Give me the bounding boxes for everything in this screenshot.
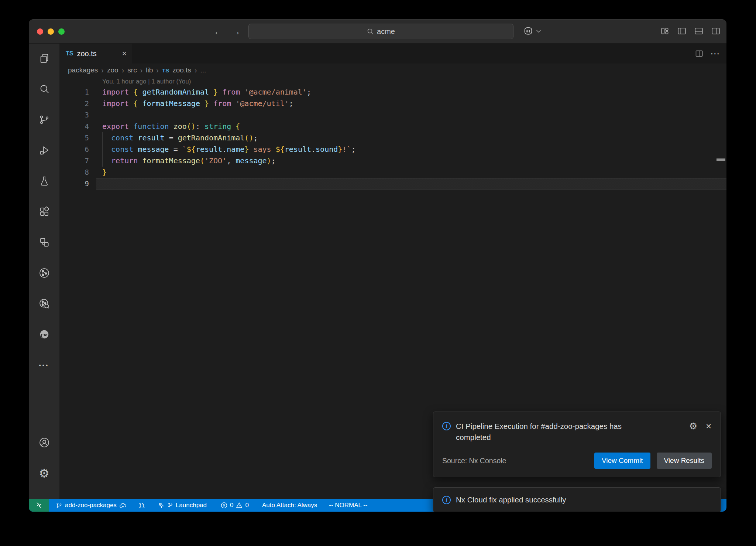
activity-bar: •••⚙ xyxy=(29,44,59,499)
code-line[interactable]: 8} xyxy=(59,167,726,178)
remote-icon xyxy=(35,502,42,509)
code-line[interactable]: 5 const result = getRandomAnimal(); xyxy=(59,132,726,144)
code-text: return formatMessage('ZOO', message); xyxy=(89,155,276,167)
typescript-file-icon: TS xyxy=(66,50,73,57)
code-line[interactable]: 7 return formatMessage('ZOO', message); xyxy=(59,155,726,167)
error-count: 0 xyxy=(230,502,233,509)
chevron-right-icon: › xyxy=(195,66,197,75)
line-number: 5 xyxy=(59,132,89,144)
editor-more-actions-icon[interactable]: ⋯ xyxy=(710,49,720,58)
toggle-secondary-sidebar-icon[interactable] xyxy=(711,26,721,36)
search-value: acme xyxy=(377,27,395,36)
launchpad-status[interactable]: Launchpad xyxy=(156,499,208,512)
breadcrumb-item[interactable]: zoo xyxy=(107,66,118,74)
activity-account-icon[interactable] xyxy=(35,433,54,452)
activity-remote-explorer-icon[interactable] xyxy=(35,233,54,252)
code-line[interactable]: 6 const message = `${result.name} says $… xyxy=(59,144,726,155)
git-branch-status[interactable]: add-zoo-packages xyxy=(54,499,128,512)
activity-settings-icon[interactable]: ⚙ xyxy=(35,464,54,483)
back-arrow-icon[interactable]: ← xyxy=(213,27,223,37)
git-pull-request-icon xyxy=(138,502,145,509)
activity-more-icon[interactable]: ••• xyxy=(35,355,54,375)
chevron-right-icon: › xyxy=(140,66,143,75)
cloud-upload-icon xyxy=(119,502,127,509)
minimize-window-button[interactable] xyxy=(48,28,54,35)
vim-mode-status[interactable]: -- NORMAL -- xyxy=(327,499,369,512)
code-line[interactable]: 1import { getRandomAnimal } from '@acme/… xyxy=(59,86,726,98)
code-text: export function zoo(): string { xyxy=(89,121,240,132)
activity-explorer-icon[interactable] xyxy=(35,49,54,68)
breadcrumb-item[interactable]: lib xyxy=(146,66,153,74)
code-text: import { getRandomAnimal } from '@acme/a… xyxy=(89,86,311,98)
notification-toast-ci-pipeline: i CI Pipeline Execution for #add-zoo-pac… xyxy=(433,412,721,477)
rocket-icon xyxy=(158,502,165,509)
close-window-button[interactable] xyxy=(37,28,43,35)
info-icon: i xyxy=(442,422,451,430)
auto-attach-status[interactable]: Auto Attach: Always xyxy=(261,499,319,512)
tab-close-icon[interactable]: ✕ xyxy=(122,50,127,58)
activity-extensions-icon[interactable] xyxy=(35,202,54,221)
breadcrumb-item[interactable]: packages xyxy=(68,66,98,74)
copilot-icon[interactable] xyxy=(523,25,534,37)
vim-mode-label: -- NORMAL -- xyxy=(329,502,367,509)
breadcrumb-item[interactable]: src xyxy=(127,66,137,74)
code-text xyxy=(89,109,102,121)
code-line[interactable]: 4export function zoo(): string { xyxy=(59,121,726,132)
typescript-file-icon: TS xyxy=(162,67,169,74)
auto-attach-label: Auto Attach: Always xyxy=(262,502,317,509)
code-line[interactable]: 3 xyxy=(59,109,726,121)
notification-settings-icon[interactable]: ⚙ xyxy=(689,421,697,431)
line-number: 2 xyxy=(59,98,89,109)
activity-gitlens-icon[interactable] xyxy=(35,294,54,313)
notification-message: Nx Cloud fix applied successfully xyxy=(456,494,566,505)
search-icon xyxy=(367,28,374,35)
customize-layout-icon[interactable] xyxy=(660,26,670,36)
split-editor-icon[interactable] xyxy=(695,49,704,58)
forward-arrow-icon[interactable]: → xyxy=(231,27,241,37)
chevron-right-icon: › xyxy=(101,66,104,75)
line-number: 4 xyxy=(59,121,89,132)
activity-testing-icon[interactable] xyxy=(35,171,54,191)
title-bar: ← → acme xyxy=(29,19,726,44)
code-text: const message = `${result.name} says ${r… xyxy=(89,144,355,155)
git-pull-request-status[interactable] xyxy=(137,499,147,512)
breadcrumb-item-file[interactable]: zoo.ts xyxy=(172,66,191,74)
breadcrumb-item-more[interactable]: ... xyxy=(200,66,206,74)
warning-count: 0 xyxy=(245,502,248,509)
activity-nx-console-icon[interactable] xyxy=(35,263,54,283)
problems-status[interactable]: 0 0 xyxy=(219,499,250,512)
tab-zoo-ts[interactable]: TS zoo.ts ✕ xyxy=(59,44,132,64)
code-text xyxy=(89,178,102,190)
view-commit-button[interactable]: View Commit xyxy=(594,453,650,469)
code-text: import { formatMessage } from '@acme/uti… xyxy=(89,98,293,109)
zoom-window-button[interactable] xyxy=(58,28,65,35)
traffic-lights xyxy=(37,28,65,35)
command-center-search[interactable]: acme xyxy=(248,24,513,39)
notification-message: CI Pipeline Execution for #add-zoo-packa… xyxy=(456,421,648,443)
line-number: 3 xyxy=(59,109,89,121)
activity-edge-browser-icon[interactable] xyxy=(35,325,54,344)
activity-search-icon[interactable] xyxy=(35,79,54,99)
line-number: 7 xyxy=(59,155,89,167)
line-number: 6 xyxy=(59,144,89,155)
code-line[interactable]: 9 xyxy=(59,178,726,190)
toggle-primary-sidebar-icon[interactable] xyxy=(677,26,687,36)
chevron-right-icon: › xyxy=(122,66,124,75)
code-line[interactable]: 2import { formatMessage } from '@acme/ut… xyxy=(59,98,726,109)
tab-bar: TS zoo.ts ✕ ⋯ xyxy=(59,44,726,64)
notification-source: Source: Nx Console xyxy=(442,457,506,465)
code-text: } xyxy=(89,167,107,178)
warning-icon xyxy=(236,502,243,509)
chevron-down-icon[interactable] xyxy=(536,30,541,33)
activity-source-control-icon[interactable] xyxy=(35,110,54,129)
error-icon xyxy=(221,502,227,509)
remote-indicator[interactable] xyxy=(29,499,49,512)
branch-small-icon xyxy=(168,502,173,508)
code-text: const result = getRandomAnimal(); xyxy=(89,132,258,144)
view-results-button[interactable]: View Results xyxy=(657,453,712,469)
activity-run-debug-icon[interactable] xyxy=(35,141,54,160)
toggle-panel-icon[interactable] xyxy=(694,26,704,36)
vscode-window: ← → acme •••⚙ TS zoo.ts ✕ xyxy=(29,19,726,512)
info-icon: i xyxy=(442,496,451,504)
notification-close-icon[interactable]: ✕ xyxy=(705,422,712,431)
